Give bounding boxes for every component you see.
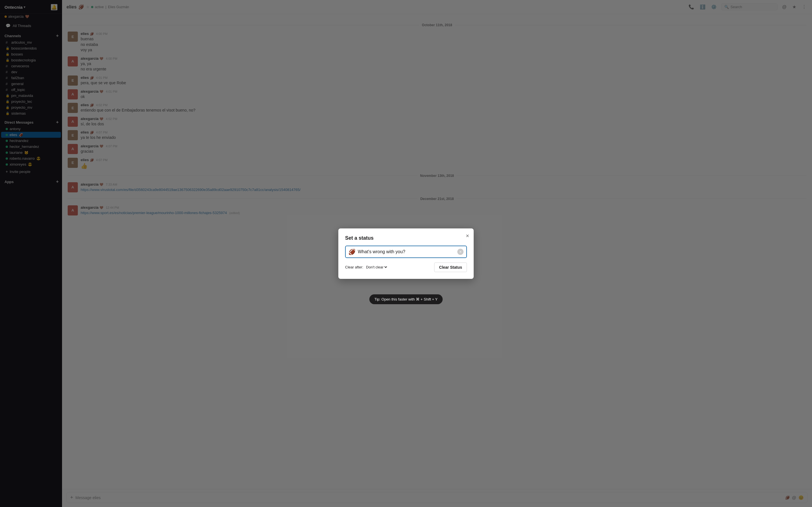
clear-status-input-btn[interactable]: × — [457, 249, 463, 255]
status-emoji-picker[interactable]: 🏈 — [349, 248, 356, 255]
status-text-input[interactable] — [358, 249, 455, 255]
modal-title: Set a status — [345, 235, 467, 241]
clear-status-button[interactable]: Clear Status — [434, 263, 467, 272]
keyboard-shortcut-tooltip: Tip: Open this faster with ⌘ + Shift + Y — [369, 294, 443, 304]
modal-close-button[interactable]: × — [466, 233, 469, 238]
clear-after-select[interactable]: Don't clear — [365, 265, 388, 270]
clear-after-row: Clear after: Don't clear — [345, 265, 388, 270]
modal-footer: Clear after: Don't clear Clear Status — [345, 263, 467, 272]
set-status-modal: Set a status × 🏈 × Clear after: Don't cl… — [338, 228, 474, 279]
status-input-row: 🏈 × — [345, 245, 467, 258]
clear-after-label: Clear after: — [345, 265, 363, 269]
tooltip-text: Tip: Open this faster with ⌘ + Shift + Y — [374, 297, 438, 301]
modal-overlay: Set a status × 🏈 × Clear after: Don't cl… — [0, 0, 812, 507]
